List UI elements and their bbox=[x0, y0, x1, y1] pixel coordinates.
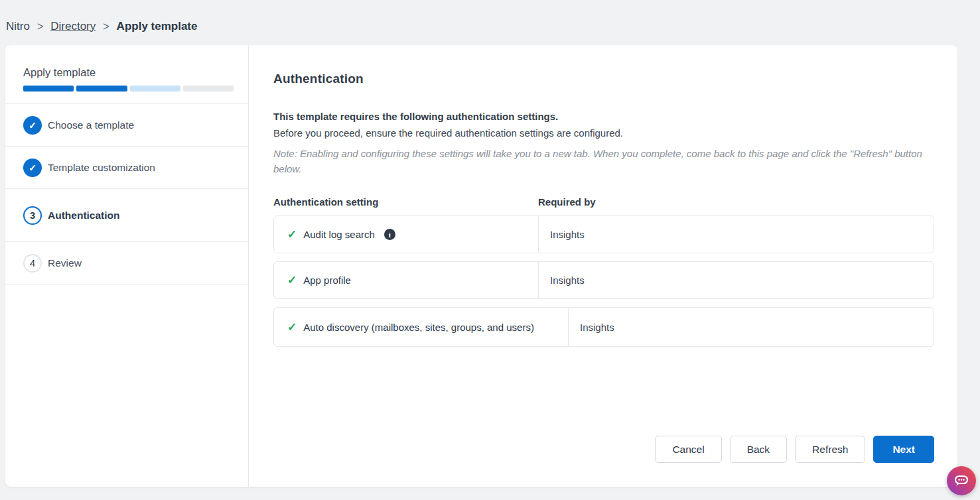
table-row-audit-log-search: ✓ Audit log search i Insights bbox=[273, 216, 934, 253]
apply-template-card: Apply template ✓ Choose a template ✓ Tem… bbox=[5, 45, 957, 487]
refresh-button[interactable]: Refresh bbox=[795, 436, 865, 463]
required-by-cell: Insights bbox=[569, 308, 934, 346]
table-header: Authentication setting Required by bbox=[273, 196, 934, 216]
setting-cell: ✓ Auto discovery (mailboxes, sites, grou… bbox=[274, 308, 569, 346]
column-header-required-by: Required by bbox=[538, 196, 596, 208]
wizard-sidebar: Apply template ✓ Choose a template ✓ Tem… bbox=[5, 45, 249, 487]
intro-normal-line: Before you proceed, ensure the required … bbox=[273, 125, 934, 141]
page-title: Authentication bbox=[273, 72, 934, 86]
progress-segment-4 bbox=[183, 86, 234, 92]
breadcrumb-item-directory[interactable]: Directory bbox=[50, 20, 96, 33]
required-by-value: Insights bbox=[580, 322, 614, 333]
step-number-badge: 4 bbox=[23, 254, 42, 273]
step-label: Review bbox=[48, 257, 82, 269]
required-by-cell: Insights bbox=[539, 262, 934, 298]
progress-segment-2 bbox=[76, 86, 127, 92]
chat-bubble-icon bbox=[952, 471, 971, 490]
check-circle-icon: ✓ bbox=[23, 158, 42, 177]
cancel-button[interactable]: Cancel bbox=[655, 436, 721, 463]
chevron-right-icon: > bbox=[103, 19, 109, 33]
wizard-step-review[interactable]: 4 Review bbox=[5, 242, 248, 284]
wizard-step-choose-a-template[interactable]: ✓ Choose a template bbox=[5, 104, 248, 147]
green-check-icon: ✓ bbox=[287, 229, 297, 240]
authentication-panel: Authentication This template requires th… bbox=[249, 45, 958, 487]
breadcrumb-item-apply-template: Apply template bbox=[117, 20, 198, 33]
required-by-cell: Insights bbox=[539, 216, 934, 253]
table-row-auto-discovery: ✓ Auto discovery (mailboxes, sites, grou… bbox=[273, 307, 934, 347]
wizard-step-authentication[interactable]: 3 Authentication bbox=[5, 189, 248, 242]
chat-widget-button[interactable] bbox=[947, 466, 976, 495]
progress-segment-1 bbox=[23, 86, 74, 92]
wizard-step-template-customization[interactable]: ✓ Template customization bbox=[5, 147, 248, 189]
check-circle-icon: ✓ bbox=[23, 116, 42, 135]
info-icon[interactable]: i bbox=[384, 229, 395, 240]
intro-text: This template requires the following aut… bbox=[273, 109, 934, 176]
green-check-icon: ✓ bbox=[287, 322, 297, 333]
wizard-header: Apply template bbox=[5, 45, 248, 104]
required-by-value: Insights bbox=[550, 229, 585, 240]
setting-cell: ✓ Audit log search i bbox=[274, 216, 539, 253]
column-header-authentication-setting: Authentication setting bbox=[273, 196, 538, 208]
green-check-icon: ✓ bbox=[287, 275, 297, 286]
step-number-badge: 3 bbox=[23, 206, 42, 225]
required-by-value: Insights bbox=[550, 275, 585, 286]
wizard-title: Apply template bbox=[23, 65, 234, 80]
table-row-app-profile: ✓ App profile Insights bbox=[273, 261, 934, 299]
wizard-progress-bar bbox=[23, 86, 234, 92]
auth-settings-table: Authentication setting Required by ✓ Aud… bbox=[273, 196, 934, 347]
chevron-right-icon: > bbox=[37, 19, 43, 33]
intro-bold-line: This template requires the following aut… bbox=[273, 109, 934, 124]
breadcrumb: Nitro > Directory > Apply template bbox=[0, 0, 980, 41]
next-button[interactable]: Next bbox=[873, 436, 934, 463]
action-buttons: Cancel Back Refresh Next bbox=[655, 436, 934, 463]
step-label: Choose a template bbox=[48, 119, 134, 131]
note-text: Note: Enabling and configuring these set… bbox=[273, 146, 930, 176]
breadcrumb-item-nitro[interactable]: Nitro bbox=[6, 20, 30, 33]
step-label: Template customization bbox=[48, 162, 155, 174]
back-button[interactable]: Back bbox=[730, 436, 787, 463]
setting-cell: ✓ App profile bbox=[274, 262, 539, 298]
setting-label: Auto discovery (mailboxes, sites, groups… bbox=[303, 322, 534, 333]
progress-segment-3 bbox=[130, 86, 180, 92]
setting-label: App profile bbox=[303, 275, 351, 286]
setting-label: Audit log search bbox=[303, 229, 375, 240]
step-label: Authentication bbox=[48, 210, 120, 221]
